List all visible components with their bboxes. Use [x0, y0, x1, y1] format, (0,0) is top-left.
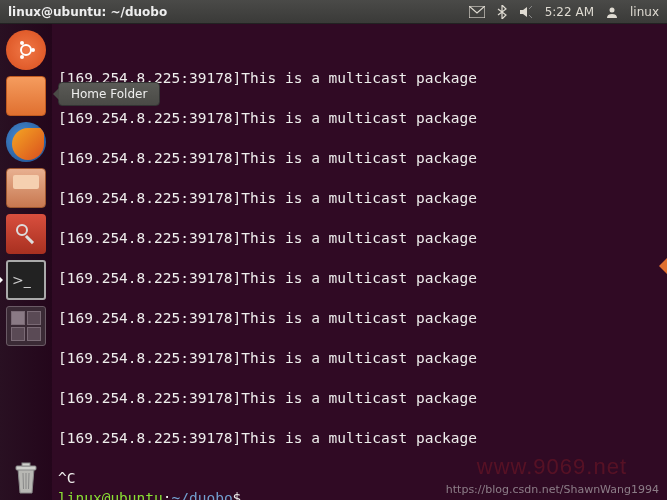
launcher-workspace-switcher[interactable] [4, 304, 48, 348]
bluetooth-icon[interactable] [497, 5, 507, 19]
launcher-files[interactable] [4, 74, 48, 118]
prompt-path: ~/duobo [172, 490, 233, 500]
svg-point-5 [20, 55, 24, 59]
svg-point-2 [21, 45, 31, 55]
svg-rect-9 [22, 463, 30, 466]
gear-wrench-icon [6, 214, 46, 254]
trash-icon [6, 458, 46, 498]
launcher-software-center[interactable] [4, 166, 48, 210]
svg-point-6 [17, 225, 27, 235]
svg-line-12 [29, 473, 30, 489]
user-name[interactable]: linux [630, 5, 659, 19]
svg-point-3 [31, 48, 35, 52]
user-icon[interactable] [606, 6, 618, 18]
prompt-user-host: linux@ubuntu [58, 490, 163, 500]
unity-launcher: >_ [0, 24, 52, 500]
folder-icon [6, 76, 46, 116]
workspace-icon [6, 306, 46, 346]
watermark-text: https://blog.csdn.net/ShawnWang1994 [446, 483, 659, 496]
software-center-icon [6, 168, 46, 208]
svg-rect-7 [25, 235, 34, 244]
prompt-colon: : [163, 490, 172, 500]
indicator-area: 5:22 AM linux [469, 5, 659, 19]
mail-icon[interactable] [469, 6, 485, 18]
ubuntu-dash-icon [6, 30, 46, 70]
prompt-cursor [241, 490, 250, 500]
window-title: linux@ubuntu: ~/duobo [8, 5, 469, 19]
terminal-output: [169.254.8.225:39178]This is a multicast… [58, 68, 661, 488]
launcher-tooltip: Home Folder [58, 82, 160, 106]
svg-rect-8 [16, 466, 36, 470]
svg-point-4 [20, 41, 24, 45]
resize-handle[interactable] [659, 258, 667, 274]
svg-line-10 [23, 473, 24, 489]
launcher-dash[interactable] [4, 28, 48, 72]
terminal-icon: >_ [6, 260, 46, 300]
launcher-terminal[interactable]: >_ [4, 258, 48, 302]
launcher-trash[interactable] [4, 456, 48, 500]
firefox-icon [6, 122, 46, 162]
launcher-firefox[interactable] [4, 120, 48, 164]
top-panel: linux@ubuntu: ~/duobo 5:22 AM linux [0, 0, 667, 24]
sound-icon[interactable] [519, 6, 533, 18]
clock[interactable]: 5:22 AM [545, 5, 594, 19]
launcher-settings[interactable] [4, 212, 48, 256]
svg-point-1 [610, 7, 615, 12]
watermark-overlay: www.9069.net [477, 454, 627, 480]
